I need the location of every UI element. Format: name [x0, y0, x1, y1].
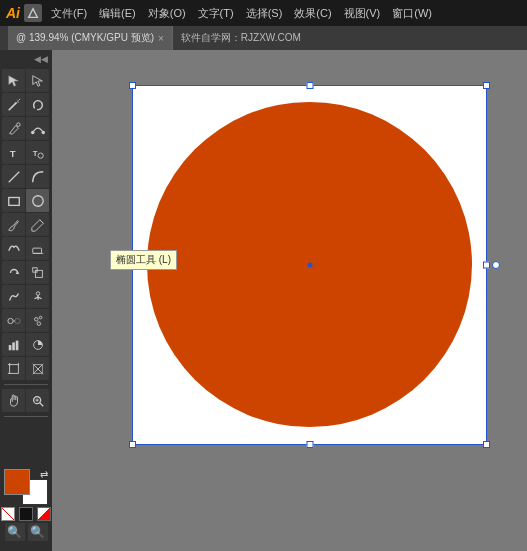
zoom-out-button[interactable]: 🔍	[5, 523, 25, 541]
svg-line-4	[18, 98, 20, 100]
tooltip: 椭圆工具 (L)	[110, 250, 177, 270]
tool-row-selection	[2, 69, 50, 92]
tooltip-text: 椭圆工具 (L)	[116, 254, 171, 265]
blend-tool-button[interactable]	[2, 309, 25, 332]
svg-rect-31	[12, 342, 15, 350]
menu-object[interactable]: 对象(O)	[143, 4, 191, 23]
zoom-tool-button[interactable]	[26, 389, 49, 412]
symbol-sprayer-tool-button[interactable]	[26, 309, 49, 332]
svg-point-5	[16, 122, 20, 126]
svg-rect-34	[9, 364, 18, 373]
svg-text:T: T	[32, 148, 37, 157]
svg-line-43	[39, 402, 43, 406]
artboard-tool-button[interactable]	[2, 357, 25, 380]
curvature-tool-button[interactable]	[26, 117, 49, 140]
tool-row-shaper	[2, 237, 50, 260]
color-swatches: ⇄	[4, 469, 48, 505]
collapse-arrow-icon[interactable]: ◀◀	[34, 54, 48, 64]
line-segment-tool-button[interactable]	[2, 165, 25, 188]
menu-edit[interactable]: 编辑(E)	[94, 4, 141, 23]
tool-row-shapes	[2, 189, 50, 212]
orange-circle[interactable]	[147, 102, 472, 427]
touch-type-tool-button[interactable]: T	[26, 141, 49, 164]
slice-tool-button[interactable]	[26, 357, 49, 380]
menu-file[interactable]: 文件(F)	[46, 4, 92, 23]
color-area: ⇄ 🔍 🔍	[1, 469, 51, 547]
tab-document[interactable]: @ 139.94% (CMYK/GPU 预览) ×	[8, 26, 173, 50]
tool-row-chart	[2, 333, 50, 356]
paintbrush-tool-button[interactable]	[2, 213, 25, 236]
zoom-in-button[interactable]: 🔍	[28, 523, 48, 541]
zoom-row: 🔍 🔍	[5, 523, 48, 541]
pencil-tool-button[interactable]	[26, 213, 49, 236]
menu-window[interactable]: 窗口(W)	[387, 4, 437, 23]
svg-point-13	[32, 195, 43, 206]
pie-chart-tool-button[interactable]	[26, 333, 49, 356]
swap-colors-icon[interactable]: ⇄	[40, 469, 48, 480]
svg-point-27	[34, 317, 38, 321]
app-logo: Ai	[6, 5, 20, 21]
selection-tool-button[interactable]	[2, 69, 25, 92]
type-tool-button[interactable]: T	[2, 141, 25, 164]
svg-point-6	[31, 130, 35, 134]
shaper-tool-button[interactable]	[2, 237, 25, 260]
arc-tool-button[interactable]	[26, 165, 49, 188]
svg-rect-18	[35, 270, 42, 277]
toolbar-collapse: ◀◀	[0, 54, 52, 64]
svg-point-28	[39, 316, 42, 319]
title-bar: Ai 文件(F) 编辑(E) 对象(O) 文字(T) 选择(S) 效果(C) 视…	[0, 0, 527, 26]
menu-select[interactable]: 选择(S)	[241, 4, 288, 23]
tool-row-pen	[2, 117, 50, 140]
none-swatch[interactable]	[1, 507, 15, 521]
svg-point-25	[14, 318, 19, 323]
tool-row-type: T T	[2, 141, 50, 164]
main-layout: ◀◀	[0, 50, 527, 551]
svg-line-2	[8, 102, 16, 110]
eraser-tool-button[interactable]	[26, 237, 49, 260]
svg-line-14	[39, 219, 43, 223]
foreground-color-swatch[interactable]	[4, 469, 30, 495]
svg-rect-32	[15, 340, 18, 350]
svg-rect-30	[8, 345, 11, 350]
magic-wand-tool-button[interactable]	[2, 93, 25, 116]
menu-effect[interactable]: 效果(C)	[289, 4, 336, 23]
tool-row-artboard	[2, 357, 50, 380]
hand-tool-button[interactable]	[2, 389, 25, 412]
app-icon	[24, 4, 42, 22]
color-small-row	[1, 507, 51, 521]
svg-point-10	[38, 153, 43, 158]
rectangle-tool-button[interactable]	[2, 189, 25, 212]
svg-point-29	[37, 321, 41, 325]
tab-bar: @ 139.94% (CMYK/GPU 预览) × 软件自学网：RJZXW.CO…	[0, 26, 527, 50]
tool-row-line	[2, 165, 50, 188]
tab-close-button[interactable]: ×	[158, 33, 164, 44]
column-chart-tool-button[interactable]	[2, 333, 25, 356]
direct-selection-tool-button[interactable]	[26, 69, 49, 92]
svg-text:T: T	[9, 148, 15, 159]
tab-document-label: @ 139.94% (CMYK/GPU 预览)	[16, 31, 154, 45]
toolbar-separator	[4, 384, 48, 385]
tool-row-warp	[2, 285, 50, 308]
puppet-warp-tool-button[interactable]	[26, 285, 49, 308]
svg-point-24	[7, 318, 12, 323]
warp-tool-button[interactable]	[2, 285, 25, 308]
tool-row-blend	[2, 309, 50, 332]
tool-row-wand	[2, 93, 50, 116]
pen-tool-button[interactable]	[2, 117, 25, 140]
tool-row-hand-zoom	[2, 389, 50, 412]
lasso-tool-button[interactable]	[26, 93, 49, 116]
svg-point-7	[41, 130, 45, 134]
rotate-tool-button[interactable]	[2, 261, 25, 284]
tool-row-transform	[2, 261, 50, 284]
svg-point-20	[36, 291, 40, 295]
tab-website: 软件自学网：RJZXW.COM	[173, 31, 309, 45]
menu-text[interactable]: 文字(T)	[193, 4, 239, 23]
toolbar-separator-2	[4, 416, 48, 417]
menu-view[interactable]: 视图(V)	[339, 4, 386, 23]
ellipse-tool-button[interactable]	[26, 189, 49, 212]
svg-rect-12	[8, 197, 19, 205]
canvas-area: 椭圆工具 (L)	[52, 50, 527, 551]
gradient-swatch[interactable]	[37, 507, 51, 521]
black-swatch[interactable]	[19, 507, 33, 521]
scale-tool-button[interactable]	[26, 261, 49, 284]
